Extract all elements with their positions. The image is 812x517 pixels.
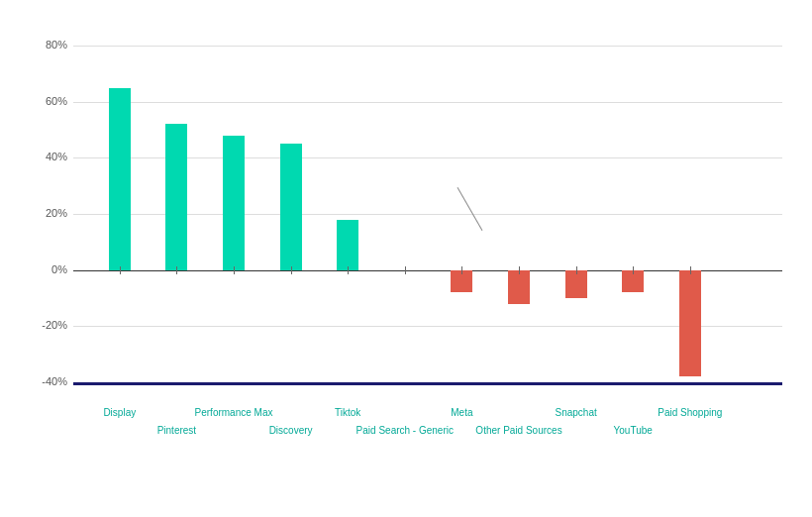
bar-other-paid-sources	[508, 270, 530, 304]
bar-display	[109, 88, 131, 270]
y-label--20: -20%	[30, 319, 67, 331]
bar-tiktok	[337, 220, 358, 270]
y-axis: 80%60%40%20%0%-20%-40%	[30, 46, 73, 402]
x-label-meta: Meta	[451, 406, 472, 419]
tick-discovery	[291, 266, 292, 274]
x-label-discovery: Discovery	[269, 424, 313, 437]
x-label-pinterest: Pinterest	[157, 424, 196, 437]
y-label-20: 20%	[30, 207, 67, 219]
x-label-other-paid-sources: Other Paid Sources	[475, 424, 561, 437]
y-label--40: -40%	[30, 375, 67, 387]
x-label-performance-max: Performance Max	[195, 406, 273, 419]
tick-paid-shopping	[690, 266, 691, 274]
x-label-display: Display	[103, 406, 136, 419]
tick-paid-search---generic	[405, 266, 406, 274]
grid-line-0	[73, 270, 782, 272]
y-label-40: 40%	[30, 151, 67, 162]
x-label-tiktok: Tiktok	[335, 406, 360, 419]
bar-pinterest	[165, 124, 187, 269]
tick-tiktok	[348, 266, 349, 274]
tick-snapchat	[576, 266, 577, 274]
tick-display	[120, 266, 121, 274]
y-label-60: 60%	[30, 95, 67, 107]
bottom-baseline	[73, 382, 782, 385]
x-label-paid-shopping: Paid Shopping	[658, 406, 722, 419]
bar-discovery	[280, 144, 302, 270]
x-label-youtube: YouTube	[614, 424, 653, 437]
chart-area: 80%60%40%20%0%-20%-40% DisplayPinterestP…	[30, 46, 782, 462]
tick-pinterest	[176, 266, 177, 274]
grid-line-60	[73, 102, 782, 103]
x-labels: DisplayPinterestPerformance MaxDiscovery…	[73, 402, 782, 462]
y-label-80: 80%	[30, 39, 67, 51]
tick-other-paid-sources	[519, 266, 520, 274]
bar-performance-max	[223, 136, 245, 270]
tick-performance-max	[234, 266, 235, 274]
y-label-0: 0%	[30, 263, 67, 275]
annotation-arrow	[457, 187, 483, 231]
plot-area	[73, 46, 782, 402]
x-label-paid-search---generic: Paid Search - Generic	[356, 424, 454, 437]
tick-meta	[461, 266, 462, 274]
bar-paid-shopping	[679, 270, 701, 377]
chart-container: 80%60%40%20%0%-20%-40% DisplayPinterestP…	[0, 0, 812, 517]
bar-snapchat	[565, 270, 587, 298]
x-label-snapchat: Snapchat	[555, 406, 596, 419]
tick-youtube	[633, 266, 634, 274]
grid-line--20	[73, 326, 782, 327]
grid-line-80	[73, 46, 782, 47]
